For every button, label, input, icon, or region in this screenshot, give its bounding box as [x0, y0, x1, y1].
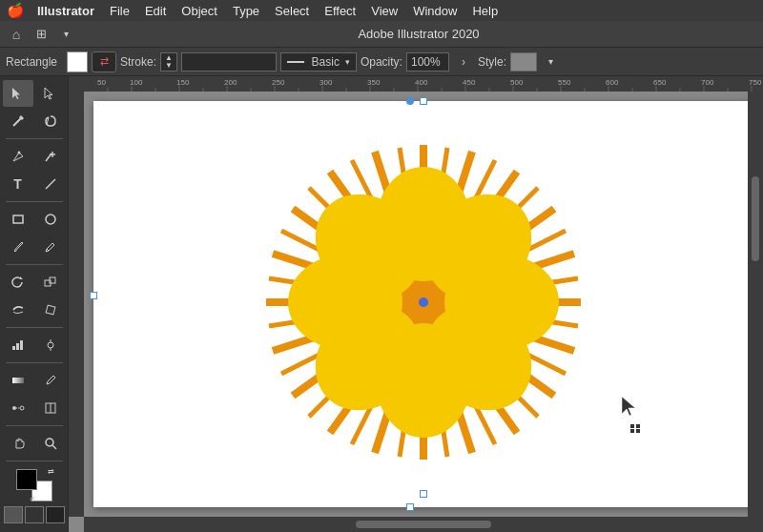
type-tool[interactable]: T [3, 171, 33, 197]
svg-rect-16 [12, 346, 15, 350]
svg-point-23 [12, 406, 16, 410]
svg-text:150: 150 [176, 78, 190, 87]
magic-wand-tool[interactable] [3, 108, 33, 134]
reset-colors-icon[interactable]: ↺ [30, 496, 35, 503]
svg-line-2 [13, 118, 21, 126]
menu-edit[interactable]: Edit [138, 3, 173, 19]
canvas-content[interactable] [84, 92, 763, 517]
free-transform-tool[interactable] [35, 297, 66, 323]
svg-text:300: 300 [320, 78, 333, 87]
menu-window[interactable]: Window [406, 3, 464, 19]
home-button[interactable]: ⌂ [6, 24, 27, 45]
style-swatch[interactable] [510, 52, 537, 72]
svg-rect-15 [46, 305, 55, 315]
apple-menu[interactable]: 🍎 [8, 3, 23, 18]
menu-select[interactable]: Select [268, 3, 316, 19]
fill-color-swatch[interactable] [67, 51, 88, 72]
graph-tool[interactable] [3, 332, 33, 358]
svg-text:600: 600 [606, 78, 619, 87]
svg-point-24 [20, 406, 24, 410]
line-tool[interactable] [35, 171, 66, 197]
scrollbar-horizontal[interactable] [84, 517, 763, 532]
tool-separator-7 [6, 460, 63, 461]
dropdown-arrow[interactable]: ▾ [55, 24, 76, 45]
scrollbar-vertical[interactable] [748, 92, 763, 517]
pencil-tool[interactable] [35, 234, 66, 260]
svg-rect-22 [12, 378, 24, 383]
foreground-color-box[interactable] [16, 469, 37, 490]
menu-illustrator[interactable]: Illustrator [31, 3, 101, 19]
gradient-tool[interactable] [3, 367, 33, 394]
zoom-tool[interactable] [35, 430, 66, 457]
svg-line-11 [47, 249, 49, 251]
tool-separator-3 [6, 264, 63, 265]
warp-tool[interactable] [3, 297, 33, 323]
stroke-value-field[interactable] [181, 52, 277, 72]
stroke-control[interactable]: ▲▼ [160, 52, 177, 72]
stroke-up-arrow: ▲▼ [165, 54, 173, 70]
swap-colors-icon[interactable]: ⇄ [48, 467, 54, 476]
ruler-left [69, 92, 84, 517]
fullscreen-btn[interactable] [25, 506, 44, 523]
blend-tool[interactable] [3, 395, 33, 421]
anchor-bottom [406, 503, 414, 511]
tool-separator-2 [6, 201, 63, 202]
scale-tool[interactable] [35, 269, 66, 296]
lasso-tool[interactable] [35, 108, 66, 134]
tool-separator-4 [6, 327, 63, 328]
menu-help[interactable]: Help [465, 3, 505, 19]
menu-bar: 🍎 Illustrator File Edit Object Type Sele… [0, 0, 763, 21]
canvas-area: 100 50 150 200 250 300 350 [69, 76, 763, 532]
style-dropdown[interactable]: ▾ [541, 51, 562, 72]
flower-center [419, 297, 428, 307]
menu-type[interactable]: Type [226, 3, 266, 19]
fullscreen2-btn[interactable] [46, 506, 65, 523]
svg-text:650: 650 [653, 78, 667, 87]
scrollbar-v-thumb[interactable] [752, 176, 759, 261]
slice-tool[interactable] [35, 395, 66, 421]
brush-selector[interactable]: Basic ▾ [280, 52, 357, 72]
anchor-top [406, 97, 414, 105]
ruler-corner [69, 76, 84, 92]
normal-view-btn[interactable] [4, 506, 23, 523]
brush-name-label: Basic [312, 55, 340, 69]
eyedropper-tool[interactable] [35, 367, 66, 394]
svg-marker-0 [12, 88, 20, 99]
color-tools: ↺ ⇄ [16, 469, 52, 501]
main-area: T [0, 76, 763, 532]
ellipse-tool[interactable] [35, 206, 66, 233]
grid-button[interactable]: ⊞ [31, 24, 52, 45]
fill-options-icon[interactable]: ⇄ [92, 51, 116, 72]
artboard [93, 101, 753, 507]
cursor-icon-grid [630, 424, 641, 433]
select-tool[interactable] [3, 80, 33, 107]
direct-select-tool[interactable] [35, 80, 66, 107]
svg-point-5 [17, 152, 20, 154]
rectangle-tool[interactable] [3, 206, 33, 233]
svg-rect-74 [69, 92, 84, 517]
svg-rect-18 [20, 340, 23, 350]
symbol-tool[interactable] [35, 332, 66, 358]
tool-separator-5 [6, 362, 63, 363]
rotate-tool[interactable] [3, 269, 33, 296]
menu-view[interactable]: View [364, 3, 404, 19]
paintbrush-tool[interactable] [3, 234, 33, 260]
flower-graphic [261, 140, 586, 468]
svg-text:550: 550 [558, 78, 571, 87]
menu-effect[interactable]: Effect [318, 3, 362, 19]
svg-text:100: 100 [130, 78, 143, 87]
opacity-value-field[interactable]: 100% [406, 52, 449, 72]
hand-tool[interactable] [3, 430, 33, 457]
opacity-expand[interactable]: › [453, 51, 474, 72]
svg-line-29 [52, 445, 56, 449]
add-anchor-tool[interactable] [35, 143, 66, 170]
tool-separator-6 [6, 425, 63, 426]
menu-object[interactable]: Object [175, 3, 224, 19]
cursor-arrow [620, 395, 639, 421]
scrollbar-h-thumb[interactable] [356, 521, 491, 528]
pen-tool[interactable] [3, 143, 33, 170]
svg-text:350: 350 [367, 78, 381, 87]
menu-file[interactable]: File [103, 3, 136, 19]
svg-text:250: 250 [272, 78, 285, 87]
fill-stroke-colors[interactable]: ↺ ⇄ [16, 469, 52, 501]
